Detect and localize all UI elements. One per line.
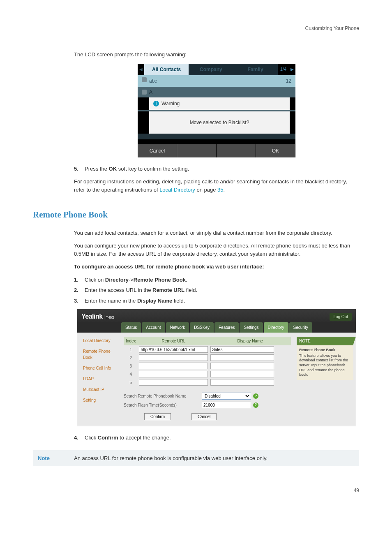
tab-network[interactable]: Network bbox=[166, 322, 189, 333]
webui-screenshot: YealinkT46G Log Out Status Account Netwo… bbox=[77, 309, 356, 426]
confirm-button[interactable]: Confirm bbox=[144, 413, 171, 420]
logout-button[interactable]: Log Out bbox=[330, 313, 352, 321]
info-icon: i bbox=[153, 101, 159, 106]
lcd-dialog: Move selected to Blacklist? bbox=[149, 111, 290, 134]
tab-security[interactable]: Security bbox=[289, 322, 312, 333]
table-row: 4 bbox=[124, 370, 291, 378]
lcd-dialog-text: Move selected to Blacklist? bbox=[190, 120, 249, 125]
lcd-filter-letter: A bbox=[149, 88, 152, 96]
lcd-dark-area bbox=[138, 134, 295, 139]
person-icon bbox=[142, 90, 147, 95]
flash-time-row: Search Flash Time(Seconds) ? bbox=[124, 402, 291, 408]
form-buttons: Confirm Cancel bbox=[124, 411, 291, 422]
tab-settings[interactable]: Settings bbox=[240, 322, 263, 333]
tab-features[interactable]: Features bbox=[214, 322, 239, 333]
step-num: 1. bbox=[74, 276, 80, 284]
lcd-row-bg1: A bbox=[138, 87, 295, 97]
note-body: Remote Phone Book This feature allows yo… bbox=[297, 345, 353, 380]
display-name-input[interactable] bbox=[210, 363, 274, 369]
remote-url-input[interactable] bbox=[139, 363, 208, 369]
remote-url-input[interactable] bbox=[139, 379, 208, 386]
remote-url-input[interactable] bbox=[139, 346, 208, 353]
lcd-tab-family: Family bbox=[233, 64, 277, 75]
lcd-tab-bar: ◀ All Contacts Company Family 1/4 ▶ bbox=[138, 64, 295, 75]
row-index: 1 bbox=[124, 345, 138, 354]
table-row: 2 bbox=[124, 354, 291, 362]
lcd-contact-number: 12 bbox=[286, 77, 291, 85]
search-name-select[interactable]: Disabled bbox=[202, 393, 251, 400]
post-step5-para: For operating instructions on editing, d… bbox=[74, 178, 359, 194]
flash-time-input[interactable] bbox=[202, 402, 251, 408]
rp-step: 3.Enter the name in the Display Name fie… bbox=[74, 297, 359, 305]
chevron-left-icon: ◀ bbox=[138, 66, 144, 72]
search-name-row: Search Remote Phonebook Name Disabled ? bbox=[124, 393, 291, 400]
note-tag: Note bbox=[38, 454, 74, 462]
th-index: Index bbox=[124, 337, 138, 345]
lcd-softkey-cancel: Cancel bbox=[138, 144, 177, 157]
webui-main: Index Remote URL Display Name 12345 Sear… bbox=[120, 333, 294, 426]
display-name-input[interactable] bbox=[210, 379, 274, 386]
help-icon[interactable]: ? bbox=[253, 402, 258, 408]
lcd-warning-bar: i Warning bbox=[149, 97, 290, 110]
display-name-input[interactable] bbox=[210, 354, 274, 361]
row-index: 2 bbox=[124, 354, 138, 362]
webui-body: Local Directory Remote Phone Book Phone … bbox=[77, 333, 356, 426]
header-title: Customizing Your Phone bbox=[305, 25, 359, 31]
person-icon bbox=[142, 77, 147, 82]
cancel-button[interactable]: Cancel bbox=[191, 413, 217, 420]
row-index: 3 bbox=[124, 362, 138, 370]
webui-tabbar: Status Account Network DSSKey Features S… bbox=[77, 322, 356, 333]
display-name-input[interactable] bbox=[210, 371, 274, 377]
th-name: Display Name bbox=[209, 337, 291, 345]
lcd-tab-allcontacts: All Contacts bbox=[144, 64, 189, 75]
brand-logo: YealinkT46G bbox=[81, 312, 114, 321]
note-text: This feature allows you to download cont… bbox=[299, 354, 348, 377]
step-num: 2. bbox=[74, 286, 80, 294]
rp-step: 1.Click on Directory->Remote Phone Book. bbox=[74, 276, 359, 284]
display-name-input[interactable] bbox=[210, 346, 274, 353]
rp-para2: You can configure your new phone to acce… bbox=[74, 242, 359, 258]
page-header: Customizing Your Phone bbox=[33, 25, 359, 34]
step-text: Press the OK soft key to confirm the set… bbox=[85, 165, 189, 173]
sidebar-item-localdir[interactable]: Local Directory bbox=[83, 338, 117, 344]
tab-dsskey[interactable]: DSSKey bbox=[190, 322, 214, 333]
note-title: Remote Phone Book bbox=[299, 348, 351, 353]
help-icon[interactable]: ? bbox=[253, 393, 258, 399]
rp-step: 2.Enter the access URL in the Remote URL… bbox=[74, 286, 359, 294]
flash-time-label: Search Flash Time(Seconds) bbox=[124, 402, 202, 408]
rp-para1: You can add local contacts, search for a… bbox=[74, 229, 359, 237]
remote-pb-table: Index Remote URL Display Name 12345 bbox=[124, 337, 291, 386]
tab-directory[interactable]: Directory bbox=[264, 322, 288, 333]
section-title: Remote Phone Book bbox=[33, 208, 359, 222]
note-block: Note An access URL for remote phone book… bbox=[33, 450, 359, 467]
tab-status[interactable]: Status bbox=[121, 322, 141, 333]
remote-url-input[interactable] bbox=[139, 354, 208, 361]
lcd-softkey-empty1 bbox=[177, 144, 217, 157]
step-text: Click on Directory->Remote Phone Book. bbox=[85, 276, 187, 284]
local-directory-link[interactable]: Local Directory bbox=[159, 187, 195, 193]
lcd-screenshot: ◀ All Contacts Company Family 1/4 ▶ abc … bbox=[138, 64, 295, 157]
search-name-label: Search Remote Phonebook Name bbox=[124, 393, 202, 399]
table-row: 1 bbox=[124, 345, 291, 354]
lcd-selected-row: abc 12 bbox=[138, 75, 295, 87]
sidebar-item-remotepb[interactable]: Remote Phone Book bbox=[83, 348, 117, 361]
note-header: NOTE bbox=[297, 337, 353, 345]
sidebar-item-setting[interactable]: Setting bbox=[83, 397, 117, 403]
th-url: Remote URL bbox=[138, 337, 209, 345]
remote-url-input[interactable] bbox=[139, 371, 208, 377]
step-5: 5. Press the OK soft key to confirm the … bbox=[74, 165, 359, 173]
page-ref-link[interactable]: 35 bbox=[217, 187, 223, 193]
rp-howto: To configure an access URL for remote ph… bbox=[74, 263, 359, 271]
lcd-page-indicator: 1/4 bbox=[278, 66, 289, 73]
lcd-tab-company: Company bbox=[189, 64, 233, 75]
step-4: 4. Click Confirm to accept the change. bbox=[74, 434, 359, 442]
chevron-right-icon: ▶ bbox=[289, 66, 295, 72]
sidebar-item-ldap[interactable]: LDAP bbox=[83, 376, 117, 382]
table-row: 5 bbox=[124, 378, 291, 386]
webui-sidebar: Local Directory Remote Phone Book Phone … bbox=[77, 333, 120, 426]
sidebar-item-multicast[interactable]: Multicast IP bbox=[83, 386, 117, 393]
step-num: 4. bbox=[74, 434, 80, 442]
sidebar-item-phonecall[interactable]: Phone Call Info bbox=[83, 365, 117, 371]
lcd-softkeys: Cancel OK bbox=[138, 144, 295, 157]
tab-account[interactable]: Account bbox=[142, 322, 165, 333]
